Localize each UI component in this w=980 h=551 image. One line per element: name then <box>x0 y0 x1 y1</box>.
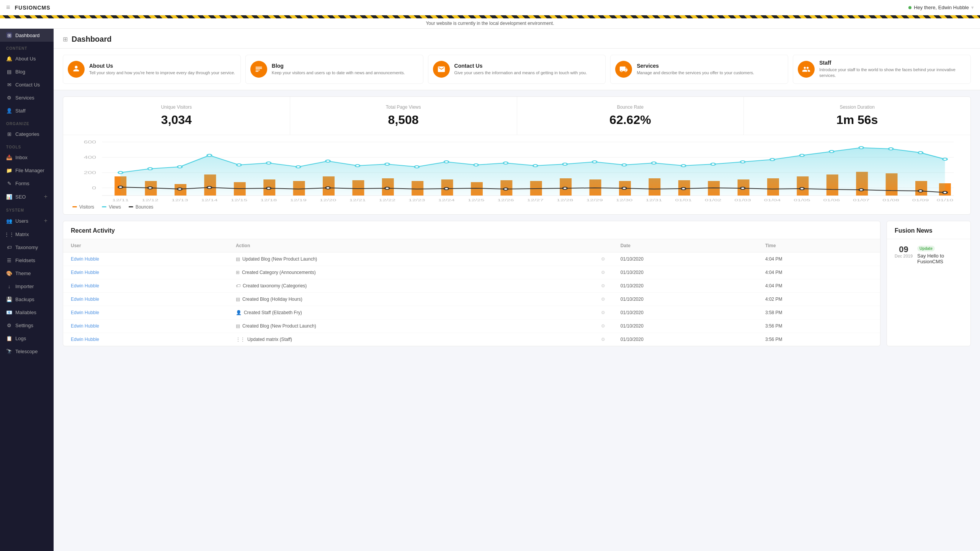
staff-icon: 👤 <box>6 108 12 114</box>
views-legend-dot <box>102 206 106 207</box>
contact-icon: ✉ <box>6 82 12 88</box>
content-card-contact-us[interactable]: Contact Us Give your users the informati… <box>428 55 606 84</box>
sidebar-item-forms[interactable]: ✎ Forms <box>0 177 54 190</box>
legend-views[interactable]: Views <box>102 204 121 210</box>
svg-text:12/22: 12/22 <box>379 198 396 202</box>
activity-user-link[interactable]: Edwin Hubble <box>71 297 99 302</box>
svg-point-63 <box>830 150 834 153</box>
activity-user-link[interactable]: Edwin Hubble <box>71 323 99 329</box>
blog-card-title: Blog <box>272 63 405 69</box>
svg-text:12/26: 12/26 <box>497 198 514 202</box>
content-card-staff[interactable]: Staff Introduce your staff to the world … <box>793 55 971 84</box>
staff-card-text: Staff Introduce your staff to the world … <box>819 60 966 79</box>
svg-text:12/12: 12/12 <box>142 198 158 202</box>
sidebar-item-staff[interactable]: 👤 Staff <box>0 104 54 117</box>
activity-gear-icon[interactable]: ⚙ <box>601 256 605 262</box>
services-icon: ⚙ <box>6 95 12 101</box>
svg-point-57 <box>652 162 656 164</box>
svg-point-77 <box>563 187 567 189</box>
sidebar-item-users[interactable]: 👥 Users + <box>0 214 54 228</box>
svg-point-72 <box>266 187 271 189</box>
sidebar-item-importer[interactable]: ↓ Importer <box>0 280 54 293</box>
sidebar-item-taxonomy[interactable]: 🏷 Taxonomy <box>0 241 54 254</box>
activity-gear-icon[interactable]: ⚙ <box>601 310 605 315</box>
sidebar-section-tools: TOOLS <box>0 140 54 151</box>
svg-point-84 <box>943 191 947 194</box>
sidebar-item-backups[interactable]: 💾 Backups <box>0 293 54 306</box>
svg-point-82 <box>859 189 864 191</box>
user-chevron-icon[interactable]: ▾ <box>971 5 974 10</box>
action-type-icon: ⋮⋮ <box>236 337 245 342</box>
visitors-legend-dot <box>72 206 77 207</box>
svg-point-39 <box>118 171 123 174</box>
svg-point-73 <box>326 187 330 189</box>
sidebar-item-blog[interactable]: ▤ Blog <box>0 65 54 78</box>
svg-point-65 <box>889 148 893 150</box>
svg-text:01/02: 01/02 <box>705 198 722 202</box>
activity-gear-icon[interactable]: ⚙ <box>601 337 605 342</box>
users-plus-button[interactable]: + <box>44 217 47 224</box>
sidebar-item-theme[interactable]: 🎨 Theme <box>0 267 54 280</box>
content-card-services[interactable]: Services Manage and describe the service… <box>610 55 788 84</box>
svg-point-54 <box>563 163 567 165</box>
sidebar-item-settings[interactable]: ⚙ Settings <box>0 319 54 332</box>
svg-point-75 <box>444 187 449 190</box>
sidebar-item-logs[interactable]: 📋 Logs <box>0 332 54 345</box>
action-type-icon: ▤ <box>236 323 240 329</box>
file-manager-icon: 📁 <box>6 167 12 173</box>
blog-card-desc: Keep your visitors and users up to date … <box>272 70 405 76</box>
table-row: Edwin Hubble ▤Created Blog (Holiday Hour… <box>63 292 880 306</box>
svg-point-44 <box>266 162 271 164</box>
action-type-icon: 🏷 <box>236 283 240 289</box>
sidebar-item-dashboard[interactable]: ⊞ Dashboard <box>0 29 54 42</box>
table-row: Edwin Hubble ▤Updated Blog (New Product … <box>63 252 880 266</box>
activity-gear-icon[interactable]: ⚙ <box>601 297 605 302</box>
svg-text:12/13: 12/13 <box>172 198 188 202</box>
menu-icon[interactable]: ≡ <box>6 3 10 11</box>
action-type-icon: 👤 <box>236 310 242 315</box>
table-row: Edwin Hubble 🏷Created taxonomy (Categori… <box>63 279 880 292</box>
svg-point-71 <box>207 186 212 189</box>
content-cards-section: About Us Tell your story and how you're … <box>54 49 980 90</box>
seo-plus-button[interactable]: + <box>44 193 47 200</box>
blog-card-text: Blog Keep your visitors and users up to … <box>272 63 405 76</box>
user-greeting: Hey there, Edwin Hubble ▾ <box>908 5 974 10</box>
activity-gear-icon[interactable]: ⚙ <box>601 283 605 289</box>
about-us-icon: 🔔 <box>6 55 12 62</box>
svg-point-62 <box>800 154 804 156</box>
svg-point-55 <box>592 161 597 163</box>
sidebar-item-file-manager[interactable]: 📁 File Manager <box>0 164 54 177</box>
sidebar-item-seo[interactable]: 📊 SEO + <box>0 190 54 204</box>
contact-card-desc: Give your users the information and mean… <box>454 70 587 76</box>
activity-user-link[interactable]: Edwin Hubble <box>71 283 99 289</box>
activity-gear-icon[interactable]: ⚙ <box>601 270 605 275</box>
legend-visitors[interactable]: Visitors <box>72 204 94 210</box>
fusion-news-panel: Fusion News 09 Dec 2019 Update Say Hello… <box>887 221 971 346</box>
sidebar-item-categories[interactable]: ⊞ Categories <box>0 127 54 140</box>
svg-point-58 <box>681 165 686 167</box>
contact-card-title: Contact Us <box>454 63 587 69</box>
content-card-blog[interactable]: Blog Keep your visitors and users up to … <box>245 55 423 84</box>
sidebar-item-fieldsets[interactable]: ☰ Fieldsets <box>0 254 54 267</box>
activity-gear-icon[interactable]: ⚙ <box>601 323 605 329</box>
activity-user-link[interactable]: Edwin Hubble <box>71 310 99 315</box>
sidebar-item-inbox[interactable]: 📥 Inbox <box>0 151 54 164</box>
activity-user-link[interactable]: Edwin Hubble <box>71 256 99 262</box>
app-logo: FUSIONCMS <box>15 5 51 11</box>
sidebar-item-telescope[interactable]: 🔭 Telescope <box>0 345 54 358</box>
inbox-icon: 📥 <box>6 154 12 160</box>
activity-user-link[interactable]: Edwin Hubble <box>71 270 99 275</box>
categories-icon: ⊞ <box>6 131 12 137</box>
svg-point-51 <box>474 164 479 166</box>
sidebar-item-services[interactable]: ⚙ Services <box>0 91 54 104</box>
content-card-about-us[interactable]: About Us Tell your story and how you're … <box>63 55 241 84</box>
activity-user-link[interactable]: Edwin Hubble <box>71 337 99 342</box>
sidebar-item-contact-us[interactable]: ✉ Contact Us <box>0 78 54 91</box>
svg-text:01/08: 01/08 <box>882 198 899 202</box>
sidebar-item-about-us[interactable]: 🔔 About Us <box>0 52 54 65</box>
sidebar-item-mailables[interactable]: 📧 Mailables <box>0 306 54 319</box>
bounces-legend-dot <box>129 206 133 207</box>
sidebar-item-matrix[interactable]: ⋮⋮ Matrix <box>0 228 54 241</box>
legend-bounces[interactable]: Bounces <box>129 204 154 210</box>
svg-point-42 <box>207 154 212 156</box>
